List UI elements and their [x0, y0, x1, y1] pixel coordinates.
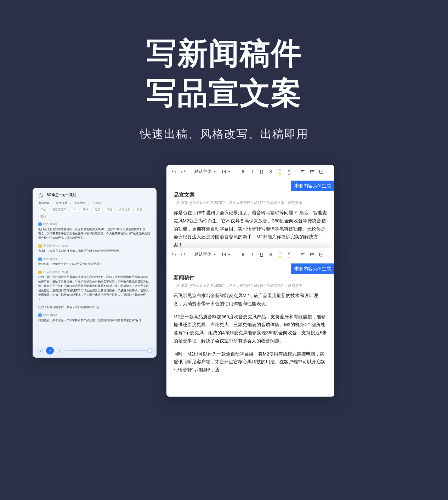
checklist-icon[interactable]	[319, 169, 324, 174]
home-icon[interactable]	[38, 193, 43, 198]
chip[interactable]: 用户	[81, 207, 91, 212]
tab-summary[interactable]: 全文摘要	[56, 201, 67, 205]
svg-point-2	[310, 171, 311, 172]
align-icon[interactable]	[300, 169, 305, 174]
transcript-line: 产品经理李总00:41 好的，我们设计这款产品最早还是来源于我们的用户。我们有用…	[38, 270, 151, 302]
audio-player: 5 5	[33, 343, 157, 358]
search-input[interactable]: 搜索	[91, 201, 151, 205]
font-family-select[interactable]: 默认字体	[194, 169, 217, 175]
svg-point-3	[310, 172, 311, 173]
undo-icon[interactable]	[171, 169, 176, 174]
chip[interactable]: 收音	[135, 207, 144, 212]
forward-button[interactable]: 5	[57, 348, 62, 353]
transcript-title: M2李总一对一采访	[47, 193, 76, 198]
underline-icon[interactable]: U	[259, 169, 264, 174]
chip[interactable]: 会议纪要	[117, 207, 132, 212]
checklist-icon[interactable]	[319, 252, 324, 257]
chip[interactable]: 电脑	[38, 214, 48, 219]
highlight-icon[interactable]: ℐ	[277, 252, 282, 257]
list-icon[interactable]	[310, 169, 314, 174]
font-size-select[interactable]: 14	[221, 252, 232, 257]
hero-title-line1: 写新闻稿件	[0, 34, 448, 73]
avatar-icon	[38, 257, 42, 261]
ai-generated-badge: 本侧内容为AI生成	[291, 181, 334, 191]
svg-rect-4	[320, 170, 323, 173]
section-heading-news: 新闻稿件	[174, 274, 327, 281]
svg-point-7	[310, 255, 311, 256]
hero-title: 写新闻稿件 写品宣文案	[0, 34, 448, 113]
transcript-line: 产品经理李总00:26 大家好，很高兴来到科技前沿，我是讯飞听见M2的产品经理李…	[38, 244, 151, 254]
hero-title-line2: 写品宣文案	[0, 73, 448, 113]
transcript-line: 经过了好几轮的迭代，才有了我们现在的M2产品。	[38, 305, 151, 309]
play-button[interactable]	[46, 347, 54, 354]
svg-point-0	[92, 202, 94, 204]
aigc-meta: 【AIGC】您的原始文件共2378字，星火大模型已生成417字的品宣文案，供您参…	[174, 200, 327, 205]
font-family-select[interactable]: 默认字体	[194, 251, 217, 257]
editor-card-news: 默认字体 14 B I U S ℐ A 本侧内容为AI生成 新闻稿件 【AIGC…	[166, 248, 334, 397]
transcript-panel: M2李总一对一采访 展示内容 | 全文摘要 | 语篇规整 | 搜索 产品 智能麦…	[33, 188, 157, 358]
news-content: 讯飞听见宣布推出全新智能麦克风M2，该产品采用最新的技术和设计理念，为消费者带来…	[174, 292, 327, 374]
underline-icon[interactable]: U	[259, 252, 264, 257]
align-icon[interactable]	[300, 252, 305, 257]
font-color-icon[interactable]: A	[287, 169, 291, 174]
ai-generated-badge: 本侧内容为AI生成	[291, 263, 334, 274]
bold-icon[interactable]: B	[240, 169, 245, 174]
svg-rect-8	[320, 253, 323, 256]
bold-icon[interactable]: B	[240, 252, 245, 257]
chip[interactable]: 智能麦克风	[50, 207, 69, 212]
editor-card-promo: 默认字体 14 B I U S ℐ A 本侧内容为AI生成 品宣文案 【AIGC…	[166, 165, 334, 254]
avatar-icon	[38, 271, 42, 274]
list-icon[interactable]	[310, 252, 314, 257]
svg-point-1	[310, 170, 311, 170]
section-heading-promo: 品宣文案	[174, 192, 327, 198]
keyword-chips: 产品 智能麦克风 M2 用户 记者 语音 会议纪要 收音 电脑	[38, 207, 151, 219]
avatar-icon	[38, 313, 42, 317]
tab-discourse[interactable]: 语篇规整	[74, 201, 85, 205]
font-color-icon[interactable]: A	[287, 252, 291, 257]
chip[interactable]: 语音	[105, 207, 115, 212]
transcript-line: 记者00:33 李总您好，您能先介绍一下M2产品的研发背景吗？	[38, 257, 151, 267]
chip[interactable]: M2	[71, 207, 79, 212]
editor-toolbar: 默认字体 14 B I U S ℐ A	[166, 165, 334, 178]
transcript-line: 记者00:05 近日讯飞听见宣布即将推出一款全新的智能麦克风M2，这款M2将采用…	[38, 222, 151, 240]
svg-point-5	[310, 253, 311, 253]
progress-track[interactable]	[65, 350, 152, 351]
italic-icon[interactable]: I	[250, 252, 255, 257]
chip[interactable]: 产品	[38, 207, 48, 212]
strikethrough-icon[interactable]: S	[268, 169, 273, 174]
progress-knob[interactable]	[148, 349, 152, 352]
svg-point-6	[310, 254, 311, 255]
redo-icon[interactable]	[181, 169, 186, 174]
redo-icon[interactable]	[181, 252, 186, 257]
avatar-icon	[38, 244, 42, 248]
avatar-icon	[38, 222, 42, 226]
transcript-line: 记者01:22 我们也看出来李总是一个非常执着的产品经理，您能给我们详细的讲讲这…	[38, 313, 151, 323]
italic-icon[interactable]: I	[250, 169, 255, 174]
chip[interactable]: 记者	[93, 207, 103, 212]
font-size-select[interactable]: 14	[221, 169, 232, 174]
promo-content: 你是否在工作中遇到了会议记录混乱、语音转写繁琐等问题？ 那么，智能麦克风M2就是…	[174, 209, 327, 249]
rewind-button[interactable]: 5	[38, 348, 43, 353]
tab-display-content[interactable]: 展示内容	[38, 201, 50, 205]
editor-toolbar: 默认字体 14 B I U S ℐ A	[166, 248, 334, 261]
undo-icon[interactable]	[171, 252, 176, 257]
hero-subtitle: 快速出稿、风格改写、出稿即用	[0, 126, 448, 142]
aigc-meta: 【AIGC】您的原始文件共1825字，星火大模型已生成616字的新闻稿件，供您参…	[174, 283, 327, 288]
highlight-icon[interactable]: ℐ	[277, 169, 282, 174]
strikethrough-icon[interactable]: S	[268, 252, 273, 257]
